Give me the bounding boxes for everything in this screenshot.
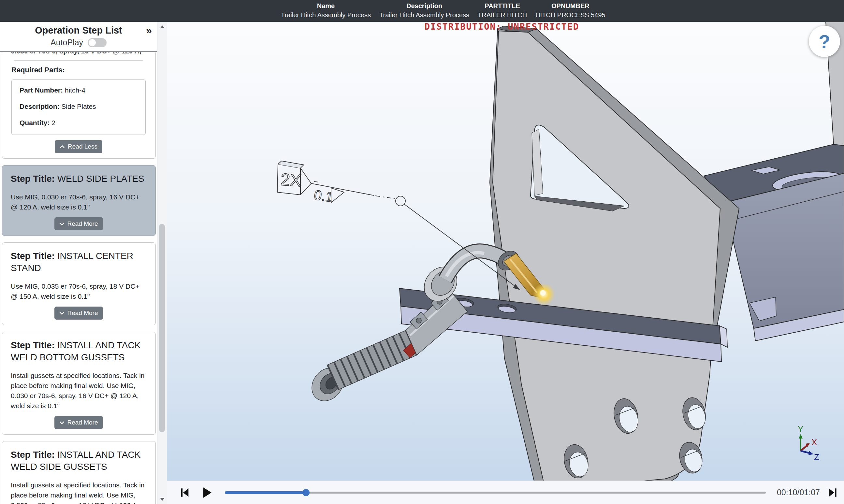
question-mark-icon: ?	[819, 31, 830, 52]
field-value: Trailer Hitch Assembly Process	[379, 12, 469, 19]
chevron-down-icon	[59, 311, 65, 315]
part-description-row: Description: Side Plates	[20, 103, 138, 110]
axis-y-label: Y	[798, 424, 803, 434]
read-more-button[interactable]: Read More	[54, 307, 103, 320]
part-quantity-label: Quantity:	[20, 119, 50, 126]
header-field-parttitle: PARTTITLE TRAILER HITCH	[478, 2, 527, 19]
operation-step-sidebar: Operation Step List » AutoPlay 0.030 er …	[0, 22, 167, 504]
weld-flag-label: 2X	[280, 170, 302, 190]
read-more-button[interactable]: Read More	[54, 416, 103, 429]
autoplay-toggle[interactable]	[88, 38, 107, 47]
header-field-description: Description Trailer Hitch Assembly Proce…	[379, 2, 469, 19]
step-title: Step Title: INSTALL CENTER STAND	[11, 250, 146, 274]
step-title: Step Title: WELD SIDE PLATES	[11, 173, 146, 185]
field-value: TRAILER HITCH	[478, 12, 527, 19]
chevron-down-icon	[59, 421, 65, 425]
step-card-weld-side-plates[interactable]: Step Title: WELD SIDE PLATES Use MIG, 0.…	[2, 165, 156, 236]
step-body: Install gussets at specified locations. …	[11, 480, 146, 504]
skip-to-start-button[interactable]	[179, 487, 190, 498]
part-number-value: hitch-4	[65, 86, 85, 94]
step-list-scroll-area[interactable]: 0.030 er 70s-6, spray, 16 V DC+ @ 120 A,…	[0, 52, 157, 504]
autoplay-label: AutoPlay	[51, 38, 83, 47]
part-number-label: Part Number:	[20, 86, 63, 94]
toggle-knob	[89, 39, 96, 46]
axis-x-label: X	[811, 437, 817, 447]
help-button[interactable]: ?	[809, 26, 840, 57]
scrollbar-up-arrow[interactable]	[157, 22, 167, 32]
triangle-up-icon	[160, 25, 165, 28]
step-title: Step Title: INSTALL AND TACK WELD SIDE G…	[11, 449, 146, 473]
collapse-sidebar-icon[interactable]: »	[146, 24, 152, 36]
header-fields: Name Trailer Hitch Assembly Process Desc…	[281, 2, 606, 19]
playback-bar: 00:10/01:07	[167, 481, 844, 504]
required-part-card: Part Number: hitch-4 Description: Side P…	[12, 79, 146, 135]
header-field-name: Name Trailer Hitch Assembly Process	[281, 2, 371, 19]
triangle-down-icon	[160, 498, 165, 501]
weld-tolerance-label: 0.1	[313, 187, 334, 205]
play-icon	[200, 486, 213, 499]
scrollbar-thumb[interactable]	[159, 224, 165, 432]
scrollbar-down-arrow[interactable]	[157, 494, 167, 504]
slider-thumb[interactable]	[302, 489, 309, 496]
3d-viewport[interactable]: 2X 0.1 Y X Z	[167, 22, 844, 481]
divider	[14, 60, 143, 60]
part-description-label: Description:	[20, 103, 60, 110]
progress-slider[interactable]	[225, 491, 766, 494]
axis-z-label: Z	[814, 452, 819, 462]
field-value: HITCH PROCESS 5495	[535, 12, 606, 19]
required-parts-heading: Required Parts:	[12, 66, 146, 74]
read-less-button[interactable]: Read Less	[55, 140, 102, 153]
step-card-tack-weld-side-gussets[interactable]: Step Title: INSTALL AND TACK WELD SIDE G…	[2, 441, 156, 504]
part-number-row: Part Number: hitch-4	[20, 86, 138, 94]
sidebar-scrollbar[interactable]	[157, 22, 167, 504]
read-more-button[interactable]: Read More	[54, 217, 103, 230]
step-title: Step Title: INSTALL AND TACK WELD BOTTOM…	[11, 339, 146, 363]
sidebar-title: Operation Step List	[0, 22, 157, 36]
skip-start-icon	[179, 487, 190, 498]
step-card-install-center-stand[interactable]: Step Title: INSTALL CENTER STAND Use MIG…	[2, 242, 156, 325]
step-card-tack-weld-bottom-gussets[interactable]: Step Title: INSTALL AND TACK WELD BOTTOM…	[2, 332, 156, 435]
field-label: Description	[379, 2, 469, 10]
progress-fill	[225, 491, 306, 494]
chevron-down-icon	[59, 222, 65, 226]
field-label: OPNUMBER	[535, 2, 606, 10]
distribution-notice: DISTRIBUTION: UNRESTRICTED	[417, 21, 587, 32]
part-description-value: Side Plates	[61, 103, 96, 110]
skip-end-icon	[827, 487, 838, 498]
time-display: 00:10/01:07	[777, 488, 820, 497]
part-quantity-row: Quantity: 2	[20, 119, 138, 127]
part-quantity-value: 2	[52, 119, 55, 126]
field-label: Name	[281, 2, 371, 10]
clipped-body-text: 0.030 er 70s-6, spray, 16 V DC+ @ 120 A,	[11, 52, 146, 57]
field-value: Trailer Hitch Assembly Process	[281, 12, 371, 19]
play-button[interactable]	[200, 486, 213, 499]
step-body: Use MIG, 0.035 er 70s-6, spray, 18 V DC+…	[11, 281, 146, 301]
sidebar-panel: Operation Step List » AutoPlay 0.030 er …	[0, 22, 157, 504]
header-field-opnumber: OPNUMBER HITCH PROCESS 5495	[535, 2, 606, 19]
step-card-expanded-partial[interactable]: 0.030 er 70s-6, spray, 16 V DC+ @ 120 A,…	[2, 52, 156, 159]
field-label: PARTTITLE	[478, 2, 527, 10]
chevron-up-icon	[60, 145, 65, 148]
step-body: Use MIG, 0.030 er 70s-6, spray, 16 V DC+…	[11, 192, 146, 212]
sidebar-header: Operation Step List » AutoPlay	[0, 22, 157, 52]
skip-to-end-button[interactable]	[827, 487, 838, 498]
top-header-bar: Name Trailer Hitch Assembly Process Desc…	[0, 0, 844, 22]
step-body: Install gussets at specified locations. …	[11, 371, 146, 411]
autoplay-row: AutoPlay	[0, 38, 157, 47]
